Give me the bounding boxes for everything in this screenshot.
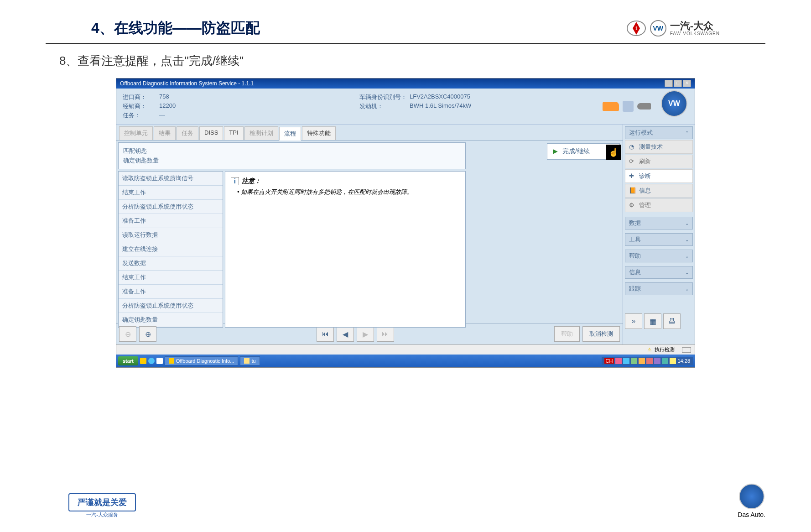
step-item[interactable]: 读取运行数据 xyxy=(119,228,223,242)
mode-item-admin: ⚙管理 xyxy=(625,198,693,212)
vin-value: LFV2A2BSXC4000075 xyxy=(410,93,470,101)
tray-icon-2[interactable] xyxy=(623,358,629,364)
more-button[interactable]: » xyxy=(625,313,642,329)
detail-pane: i 注意： • 如果在点火开关附近同时放有多把钥匙，在匹配时就会出现故障。 xyxy=(225,171,466,328)
tab-TPI[interactable]: TPI xyxy=(224,126,243,140)
title-bar[interactable]: Offboard Diagnostic Information System S… xyxy=(116,78,695,89)
tray-icon-7[interactable] xyxy=(662,358,668,364)
prev-button[interactable]: ◀ xyxy=(337,326,354,342)
info-bar: 进口商：758 经销商：12200 任务：— 车辆身份识别号：LFV2A2BSX… xyxy=(116,89,695,125)
section-跟踪[interactable]: 跟踪⌄ xyxy=(625,282,693,295)
breadcrumb-line1: 匹配钥匙 xyxy=(123,147,461,155)
grid-icon-button[interactable]: ▦ xyxy=(644,313,661,329)
explorer-icon[interactable] xyxy=(156,358,163,364)
app-icon xyxy=(169,358,174,364)
chevron-down-icon: ⌄ xyxy=(685,237,689,242)
lang-indicator[interactable]: CH xyxy=(604,358,614,364)
info-icon: i xyxy=(231,177,239,185)
tab-任务[interactable]: 任务 xyxy=(177,126,198,140)
computer-icon xyxy=(623,101,634,112)
step-item[interactable]: 准备工作 xyxy=(119,214,223,228)
svg-text:1: 1 xyxy=(635,26,638,31)
step-item[interactable]: 建立在线连接 xyxy=(119,242,223,256)
tab-检测计划[interactable]: 检测计划 xyxy=(244,126,278,140)
section-帮助[interactable]: 帮助⌄ xyxy=(625,250,693,262)
step-item[interactable]: 结束工作 xyxy=(119,186,223,200)
order-value: — xyxy=(159,111,165,120)
tab-DISS[interactable]: DISS xyxy=(199,126,223,140)
step-item[interactable]: 结束工作 xyxy=(119,271,223,285)
cancel-test-button[interactable]: 取消检测 xyxy=(582,326,620,342)
tray-icon-1[interactable] xyxy=(615,358,622,364)
step-item[interactable]: 确定钥匙数量 xyxy=(119,313,223,327)
tray-icon-6[interactable] xyxy=(654,358,660,364)
ie-icon[interactable] xyxy=(148,358,155,364)
mode-item-refresh: ⟳刷新 xyxy=(625,155,693,168)
taskbar[interactable]: start Offboard Diagnostic Info... tu CH … xyxy=(116,355,695,367)
zoom-out-button[interactable]: ⊖ xyxy=(119,326,136,342)
section-工具[interactable]: 工具⌄ xyxy=(625,233,693,246)
chevron-up-icon: ⌃ xyxy=(685,130,689,136)
info-icon: 📙 xyxy=(629,187,636,194)
mode-item-info[interactable]: 📙信息 xyxy=(625,184,693,198)
status-box-icon xyxy=(682,347,691,353)
last-button[interactable]: ⏭ xyxy=(377,326,394,342)
start-button[interactable]: start xyxy=(118,356,138,365)
note-title: 注意： xyxy=(242,177,261,185)
mode-item-gauge[interactable]: ◔测量技术 xyxy=(625,140,693,154)
engine-value: BWH 1.6L Simos/74kW xyxy=(410,102,471,110)
slide-footer: 严谨就是关爱 一汽-大众服务 Das Auto. xyxy=(68,484,765,518)
taskbar-app-1[interactable]: Offboard Diagnostic Info... xyxy=(165,356,239,365)
tab-流程[interactable]: 流程 xyxy=(279,127,301,141)
taskbar-icon[interactable] xyxy=(140,358,146,364)
tabs-row: 控制单元结果任务DISSTPI检测计划流程特殊功能 xyxy=(116,125,623,141)
brand-text-en: FAW-VOLKSWAGEN xyxy=(670,31,720,36)
tab-控制单元[interactable]: 控制单元 xyxy=(119,126,153,140)
print-button[interactable]: 🖶 xyxy=(663,313,681,329)
help-button[interactable]: 帮助 xyxy=(554,326,580,342)
status-bar: ⚠ 执行检测 xyxy=(116,344,695,355)
zoom-in-button[interactable]: ⊕ xyxy=(139,326,156,342)
complete-continue-button[interactable]: ▶ 完成/继续 ☝ xyxy=(547,143,620,160)
slide-header: 4、在线功能——防盗匹配 1 VW 一汽-大众 FAW-VOLKSWAGEN xyxy=(46,0,765,44)
step-item[interactable]: 分析防盗锁止系统使用状态 xyxy=(119,299,223,313)
section-数据[interactable]: 数据⌄ xyxy=(625,217,693,229)
close-icon[interactable]: × xyxy=(683,80,691,87)
vin-label: 车辆身份识别号： xyxy=(359,93,410,101)
diag-icon: ✚ xyxy=(629,172,636,180)
step-item[interactable]: 读取防盗锁止系统质询信号 xyxy=(119,172,223,186)
tab-结果[interactable]: 结果 xyxy=(154,126,176,140)
slide-title: 4、在线功能——防盗匹配 xyxy=(91,18,260,38)
tab-特殊功能[interactable]: 特殊功能 xyxy=(302,126,336,140)
breadcrumb: 匹配钥匙 确定钥匙数量 xyxy=(118,142,466,169)
section-信息[interactable]: 信息⌄ xyxy=(625,266,693,279)
taskbar-app-2[interactable]: tu xyxy=(240,356,260,365)
step-item[interactable]: 分析防盗锁止系统使用状态 xyxy=(119,200,223,214)
first-button[interactable]: ⏮ xyxy=(317,326,334,342)
chevron-down-icon: ⌄ xyxy=(685,254,689,259)
tray-icon-3[interactable] xyxy=(631,358,637,364)
slogan-sub: 一汽-大众服务 xyxy=(68,511,136,518)
right-sidebar: 运行模式 ⌃ ◔测量技术⟳刷新✚诊断📙信息⚙管理 数据⌄工具⌄帮助⌄信息⌄跟踪⌄… xyxy=(623,125,695,344)
window-title: Offboard Diagnostic Information System S… xyxy=(120,80,254,87)
minimize-icon[interactable]: _ xyxy=(665,80,673,87)
engine-label: 发动机： xyxy=(359,102,410,110)
status-text: 执行检测 xyxy=(655,346,675,353)
clock: 14:28 xyxy=(677,358,690,364)
mode-item-diag[interactable]: ✚诊断 xyxy=(625,169,693,183)
maximize-icon[interactable]: □ xyxy=(674,80,682,87)
tray-icon-4[interactable] xyxy=(639,358,645,364)
step-item[interactable]: 发送数据 xyxy=(119,256,223,271)
admin-icon: ⚙ xyxy=(629,202,636,209)
system-tray[interactable]: CH 14:28 xyxy=(602,357,693,365)
brand-text-cn: 一汽-大众 xyxy=(670,21,720,31)
gauge-icon: ◔ xyxy=(629,143,636,151)
tray-icon-5[interactable] xyxy=(646,358,653,364)
step-list[interactable]: 读取防盗锁止系统质询信号结束工作分析防盗锁止系统使用状态准备工作读取运行数据建立… xyxy=(118,171,223,328)
tray-icon-8[interactable] xyxy=(670,358,676,364)
vw-badge-icon: VW xyxy=(661,90,687,117)
mode-header[interactable]: 运行模式 ⌃ xyxy=(625,126,693,139)
chevron-down-icon: ⌄ xyxy=(685,270,689,275)
step-item[interactable]: 准备工作 xyxy=(119,285,223,299)
next-button[interactable]: ▶ xyxy=(357,326,374,342)
